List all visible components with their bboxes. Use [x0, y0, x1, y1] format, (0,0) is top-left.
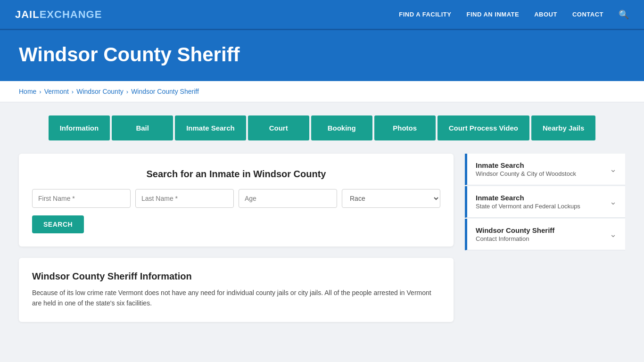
sidebar-item-contact-title: Windsor County Sheriff: [476, 226, 554, 234]
info-card: Windsor County Sheriff Information Becau…: [19, 258, 454, 322]
info-card-body: Because of its low crime rate Vermont do…: [32, 288, 440, 309]
race-select[interactable]: Race White Black Hispanic Asian Other: [342, 189, 440, 208]
main-sidebar: Search for an Inmate in Windsor County R…: [19, 154, 625, 322]
sidebar-item-state-text: Inmate Search State of Vermont and Feder…: [476, 194, 580, 210]
tab-bail[interactable]: Bail: [112, 115, 173, 140]
sidebar-item-state-title: Inmate Search: [476, 194, 580, 202]
sidebar-item-contact-info[interactable]: Windsor County Sheriff Contact Informati…: [465, 219, 625, 250]
site-logo[interactable]: JAILEXCHANGE: [15, 8, 102, 21]
tab-inmate-search[interactable]: Inmate Search: [175, 115, 246, 140]
search-button[interactable]: SEARCH: [32, 215, 84, 233]
breadcrumb-bar: Home › Vermont › Windsor County › Windso…: [0, 81, 644, 102]
first-name-input[interactable]: [32, 189, 131, 208]
main-column: Search for an Inmate in Windsor County R…: [19, 154, 454, 322]
sidebar-item-state-subtitle: State of Vermont and Federal Lockups: [476, 203, 580, 210]
breadcrumb-sep-1: ›: [39, 88, 41, 95]
chevron-down-icon: ⌄: [610, 164, 617, 174]
nav-contact[interactable]: CONTACT: [572, 11, 603, 18]
sidebar-item-county-text: Inmate Search Windsor County & City of W…: [476, 161, 576, 177]
logo-jail: JAIL: [15, 8, 40, 20]
info-card-title: Windsor County Sheriff Information: [32, 271, 440, 282]
logo-exchange: EXCHANGE: [40, 8, 102, 20]
chevron-down-icon-3: ⌄: [610, 229, 617, 239]
tabs-container: Information Bail Inmate Search Court Boo…: [19, 115, 625, 140]
breadcrumb-sep-2: ›: [72, 88, 74, 95]
breadcrumb-home[interactable]: Home: [19, 88, 36, 95]
sidebar-item-county-subtitle: Windsor County & City of Woodstock: [476, 170, 576, 177]
tab-court[interactable]: Court: [248, 115, 309, 140]
tab-court-process-video[interactable]: Court Process Video: [438, 115, 529, 140]
breadcrumb-sheriff[interactable]: Windsor County Sheriff: [131, 88, 199, 95]
sidebar-item-contact-text: Windsor County Sheriff Contact Informati…: [476, 226, 554, 242]
nav-find-facility[interactable]: FIND A FACILITY: [399, 11, 451, 18]
sidebar-item-county-inmate-search[interactable]: Inmate Search Windsor County & City of W…: [465, 154, 625, 185]
breadcrumb-vermont[interactable]: Vermont: [44, 88, 69, 95]
tab-nearby-jails[interactable]: Nearby Jails: [531, 115, 595, 140]
search-card-title: Search for an Inmate in Windsor County: [32, 169, 440, 180]
age-input[interactable]: [239, 189, 337, 208]
breadcrumb-sep-3: ›: [126, 88, 128, 95]
search-fields: Race White Black Hispanic Asian Other: [32, 189, 440, 208]
breadcrumb: Home › Vermont › Windsor County › Windso…: [19, 88, 625, 95]
inmate-search-card: Search for an Inmate in Windsor County R…: [19, 154, 454, 247]
content-area: Information Bail Inmate Search Court Boo…: [0, 102, 644, 341]
nav-find-inmate[interactable]: FIND AN INMATE: [466, 11, 519, 18]
hero-section: Windsor County Sheriff: [0, 30, 644, 81]
nav-about[interactable]: ABOUT: [534, 11, 557, 18]
navbar: JAILEXCHANGE FIND A FACILITY FIND AN INM…: [0, 0, 644, 30]
sidebar: Inmate Search Windsor County & City of W…: [465, 154, 625, 250]
last-name-input[interactable]: [135, 189, 234, 208]
tab-photos[interactable]: Photos: [374, 115, 436, 140]
breadcrumb-windsor[interactable]: Windsor County: [76, 88, 124, 95]
sidebar-item-contact-subtitle: Contact Information: [476, 235, 554, 242]
page-title: Windsor County Sheriff: [19, 43, 625, 66]
tab-booking[interactable]: Booking: [311, 115, 372, 140]
sidebar-item-state-inmate-search[interactable]: Inmate Search State of Vermont and Feder…: [465, 186, 625, 218]
chevron-down-icon-2: ⌄: [610, 197, 617, 207]
tab-information[interactable]: Information: [49, 115, 110, 140]
search-icon-button[interactable]: 🔍: [619, 9, 629, 20]
nav-links: FIND A FACILITY FIND AN INMATE ABOUT CON…: [399, 9, 629, 20]
sidebar-item-county-title: Inmate Search: [476, 161, 576, 169]
